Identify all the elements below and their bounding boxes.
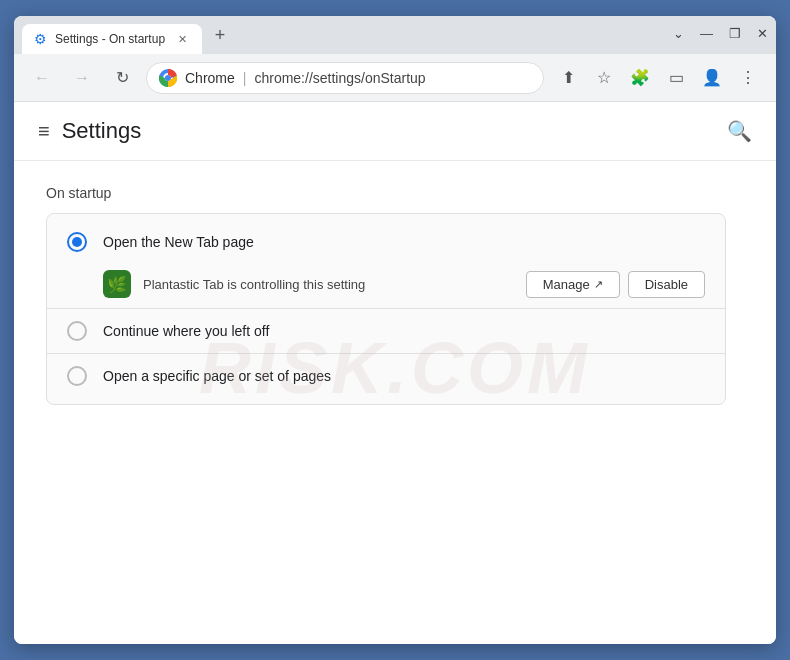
nav-bar: ← → ↻ Chrome | chrome://settings/onStart… [14,54,776,102]
divider-1 [47,308,725,309]
account-button[interactable]: 👤 [696,62,728,94]
option-continue-row[interactable]: Continue where you left off [47,311,725,351]
address-bar[interactable]: Chrome | chrome://settings/onStartup [146,62,544,94]
extension-info-row: 🌿 Plantastic Tab is controlling this set… [47,262,725,306]
share-button[interactable]: ⬆ [552,62,584,94]
address-url: chrome://settings/onStartup [254,70,425,86]
refresh-button[interactable]: ↻ [106,62,138,94]
window-controls: ⌄ — ❐ ✕ [673,26,768,45]
new-tab-button[interactable]: + [206,21,234,49]
option-new-tab-row[interactable]: Open the New Tab page [47,222,725,262]
forward-button[interactable]: → [66,62,98,94]
menu-button[interactable]: ⋮ [732,62,764,94]
radio-specific-page[interactable] [67,366,87,386]
sidebar-button[interactable]: ▭ [660,62,692,94]
manage-button[interactable]: Manage ↗ [526,271,620,298]
extensions-button[interactable]: 🧩 [624,62,656,94]
radio-new-tab-inner [72,237,82,247]
svg-point-2 [165,75,171,81]
settings-body: On startup Open the New Tab page 🌿 Plant… [14,161,776,429]
nav-icons: ⬆ ☆ 🧩 ▭ 👤 ⋮ [552,62,764,94]
back-button[interactable]: ← [26,62,58,94]
radio-new-tab[interactable] [67,232,87,252]
tab-close-button[interactable]: ✕ [174,31,190,47]
address-divider: | [243,70,247,86]
chrome-logo-icon [159,69,177,87]
maximize-button[interactable]: ❐ [729,26,741,41]
extension-icon: 🌿 [103,270,131,298]
manage-external-icon: ↗ [594,278,603,291]
bookmark-button[interactable]: ☆ [588,62,620,94]
sidebar-menu-button[interactable]: ≡ [38,120,50,143]
radio-continue[interactable] [67,321,87,341]
browser-tab[interactable]: ⚙ Settings - On startup ✕ [22,24,202,54]
extension-icon-emoji: 🌿 [107,275,127,294]
disable-button[interactable]: Disable [628,271,705,298]
option-specific-page-label: Open a specific page or set of pages [103,368,331,384]
divider-2 [47,353,725,354]
browser-window: ⚙ Settings - On startup ✕ + ⌄ — ❐ ✕ ← → … [14,16,776,644]
option-continue-label: Continue where you left off [103,323,269,339]
minimize-button[interactable]: — [700,26,713,41]
close-button[interactable]: ✕ [757,26,768,41]
address-chrome-label: Chrome [185,70,235,86]
option-specific-page-row[interactable]: Open a specific page or set of pages [47,356,725,396]
options-card: Open the New Tab page 🌿 Plantastic Tab i… [46,213,726,405]
tab-favicon-icon: ⚙ [34,31,47,47]
extension-message: Plantastic Tab is controlling this setti… [143,277,514,292]
dropdown-control[interactable]: ⌄ [673,26,684,41]
page-content: ≡ Settings 🔍 On startup Open the New Tab… [14,102,776,644]
title-bar: ⚙ Settings - On startup ✕ + ⌄ — ❐ ✕ [14,16,776,54]
page-title: Settings [62,118,142,144]
section-title: On startup [46,185,744,201]
settings-header: ≡ Settings 🔍 [14,102,776,161]
extension-buttons: Manage ↗ Disable [526,271,705,298]
manage-label: Manage [543,277,590,292]
tab-title: Settings - On startup [55,32,165,46]
search-settings-button[interactable]: 🔍 [727,119,752,143]
option-new-tab-label: Open the New Tab page [103,234,254,250]
